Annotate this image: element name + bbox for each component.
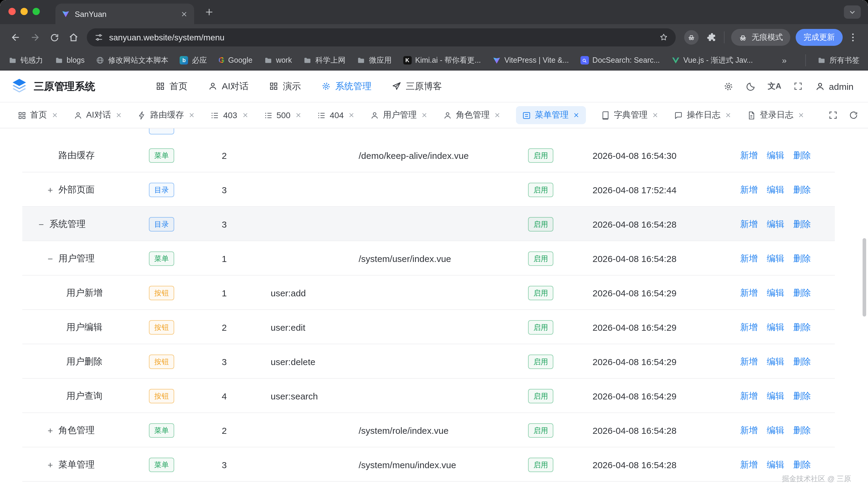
add-link[interactable]: 新增 <box>740 321 758 333</box>
bookmarks-overflow-button[interactable]: » <box>782 55 787 65</box>
close-tab-icon[interactable] <box>51 112 58 119</box>
address-bar[interactable]: sanyuan.website/system/menu <box>87 28 676 46</box>
new-tab-button[interactable] <box>204 7 214 18</box>
add-link[interactable]: 新增 <box>740 356 758 367</box>
add-link[interactable]: 新增 <box>740 218 758 230</box>
close-tab-icon[interactable] <box>652 112 659 119</box>
collapse-icon[interactable]: − <box>48 253 58 264</box>
minimize-window-button[interactable] <box>21 8 28 15</box>
fullscreen-icon[interactable] <box>793 81 803 91</box>
translate-icon[interactable]: 文A <box>768 81 782 92</box>
delete-link[interactable]: 删除 <box>793 287 811 298</box>
close-tab-icon[interactable] <box>295 112 302 119</box>
add-link[interactable]: 新增 <box>740 150 758 161</box>
edit-link[interactable]: 编辑 <box>767 424 784 436</box>
edit-link[interactable]: 编辑 <box>767 218 784 230</box>
page-tab-active[interactable]: 菜单管理 <box>516 106 586 124</box>
url-text[interactable]: sanyuan.website/system/menu <box>109 32 654 42</box>
nav-item-demo[interactable]: 演示 <box>269 80 301 92</box>
delete-link[interactable]: 删除 <box>793 150 811 161</box>
close-tab-icon[interactable] <box>241 112 249 119</box>
nav-item-system[interactable]: 系统管理 <box>321 80 371 92</box>
edit-link[interactable]: 编辑 <box>767 356 784 367</box>
browser-menu-button[interactable] <box>847 32 859 43</box>
page-tab[interactable]: 路由缓存 <box>137 110 195 121</box>
bookmark-item[interactable]: 修改网站文本脚本 <box>96 55 169 66</box>
expand-icon[interactable]: + <box>48 460 58 470</box>
add-link[interactable]: 新增 <box>740 390 758 401</box>
update-chrome-button[interactable]: 完成更新 <box>796 29 843 46</box>
expand-icon[interactable]: + <box>48 425 58 435</box>
delete-link[interactable]: 删除 <box>793 253 811 264</box>
bookmark-item[interactable]: b必应 <box>180 55 207 66</box>
close-tab-icon[interactable] <box>573 112 580 119</box>
delete-link[interactable]: 删除 <box>793 184 811 195</box>
page-tab[interactable]: 角色管理 <box>443 110 501 121</box>
page-tab[interactable]: 字典管理 <box>601 110 659 121</box>
bookmark-item[interactable]: Vue.js - 渐进式 Jav... <box>671 55 753 66</box>
site-settings-icon[interactable] <box>94 32 104 42</box>
expand-icon[interactable]: + <box>48 184 58 195</box>
close-window-button[interactable] <box>8 8 16 15</box>
close-tab-icon[interactable] <box>421 112 428 119</box>
add-link[interactable]: 新增 <box>740 287 758 298</box>
bookmark-item[interactable]: DocSearch: Searc... <box>581 56 660 65</box>
add-link[interactable]: 新增 <box>740 459 758 470</box>
edit-link[interactable]: 编辑 <box>767 459 784 470</box>
settings-gear-icon[interactable] <box>723 81 734 91</box>
incognito-avatar[interactable] <box>684 30 698 45</box>
page-tab[interactable]: 登录日志 <box>747 110 805 121</box>
close-tab-icon[interactable] <box>115 112 122 119</box>
dark-mode-moon-icon[interactable] <box>746 81 756 91</box>
home-button[interactable] <box>64 28 83 46</box>
delete-link[interactable]: 删除 <box>793 356 811 367</box>
close-tab-icon[interactable] <box>348 112 355 119</box>
bookmark-item[interactable]: 微应用 <box>357 55 391 66</box>
bookmark-item[interactable]: blogs <box>55 56 85 65</box>
page-tab[interactable]: 500 <box>264 110 302 120</box>
forward-button[interactable] <box>25 28 45 46</box>
edit-link[interactable]: 编辑 <box>767 150 784 161</box>
tabs-fullscreen-icon[interactable] <box>828 110 838 120</box>
bookmark-item[interactable]: 钝感力 <box>8 55 43 66</box>
back-button[interactable] <box>6 28 25 46</box>
nav-item-blog[interactable]: 三原博客 <box>392 80 442 92</box>
edit-link[interactable]: 编辑 <box>767 184 784 195</box>
all-bookmarks-button[interactable]: 所有书签 <box>817 55 860 66</box>
nav-item-home[interactable]: 首页 <box>155 80 187 92</box>
close-tab-icon[interactable] <box>188 112 195 119</box>
bookmark-item[interactable]: 科学上网 <box>303 55 346 66</box>
edit-link[interactable]: 编辑 <box>767 253 784 264</box>
browser-tab[interactable]: SanYuan <box>55 4 194 24</box>
bookmark-item[interactable]: GGoogle <box>219 56 253 65</box>
page-tab[interactable]: 403 <box>210 110 249 120</box>
collapse-icon[interactable]: − <box>39 219 49 229</box>
delete-link[interactable]: 删除 <box>793 459 811 470</box>
page-tab[interactable]: 用户管理 <box>371 110 428 121</box>
reload-button[interactable] <box>45 28 64 46</box>
page-tab[interactable]: AI对话 <box>74 110 122 121</box>
extensions-puzzle-icon[interactable] <box>706 32 717 43</box>
delete-link[interactable]: 删除 <box>793 218 811 230</box>
edit-link[interactable]: 编辑 <box>767 287 784 298</box>
delete-link[interactable]: 删除 <box>793 321 811 333</box>
tabs-refresh-icon[interactable] <box>849 110 858 120</box>
add-link[interactable]: 新增 <box>740 184 758 195</box>
tab-close-icon[interactable] <box>180 10 188 18</box>
page-tab[interactable]: 首页 <box>18 110 58 121</box>
add-link[interactable]: 新增 <box>740 424 758 436</box>
bookmark-item[interactable]: VitePress | Vite &... <box>492 56 569 65</box>
edit-link[interactable]: 编辑 <box>767 321 784 333</box>
bookmark-item[interactable]: work <box>264 56 292 65</box>
zoom-window-button[interactable] <box>32 8 40 15</box>
page-tab[interactable]: 404 <box>317 110 355 120</box>
close-tab-icon[interactable] <box>725 112 732 119</box>
bookmark-item[interactable]: KKimi.ai - 帮你看更... <box>403 55 481 66</box>
tab-search-button[interactable] <box>844 5 861 19</box>
nav-item-ai-chat[interactable]: AI对话 <box>208 80 248 92</box>
user-menu[interactable]: admin <box>815 81 853 91</box>
scrollbar-thumb[interactable] <box>863 238 866 317</box>
delete-link[interactable]: 删除 <box>793 390 811 401</box>
add-link[interactable]: 新增 <box>740 253 758 264</box>
close-tab-icon[interactable] <box>494 112 501 119</box>
